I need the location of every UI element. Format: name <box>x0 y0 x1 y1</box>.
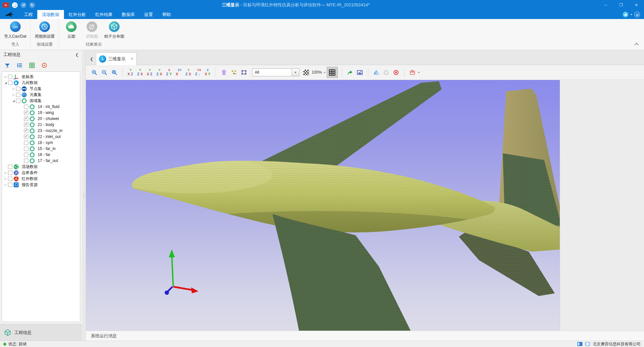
undo-button[interactable]: ↺ <box>21 2 26 8</box>
zoom-out-icon[interactable] <box>100 68 109 77</box>
tree-expander[interactable]: ▷ <box>12 93 16 96</box>
filter-icon[interactable] <box>4 62 11 69</box>
tree-item[interactable]: 20 - chuiwei <box>2 116 80 122</box>
export-view-icon[interactable] <box>346 68 354 77</box>
tree-expander[interactable]: ◢ <box>12 99 16 102</box>
tree-checkbox[interactable] <box>8 165 12 169</box>
view-orientation-button[interactable]: X Z Y <box>165 68 173 77</box>
tab-scroll-left-icon[interactable]: ❮ <box>87 53 96 65</box>
import-cas-dat-button[interactable]: cas 导入Cas/Dat <box>4 21 26 39</box>
transparency-checker-icon[interactable] <box>303 70 309 75</box>
tree-checkbox[interactable] <box>24 141 28 145</box>
new-document-button[interactable]: ❏ <box>12 2 18 8</box>
tree-checkbox[interactable] <box>8 183 12 187</box>
tree-expander[interactable]: ▷ <box>4 177 8 180</box>
tree-checkbox[interactable] <box>8 177 12 181</box>
tree-checkbox[interactable] <box>24 159 28 163</box>
menubar-item[interactable]: 帮助 <box>158 10 175 19</box>
tree-item[interactable]: ▷ 节点集 <box>2 86 80 92</box>
menubar-item[interactable]: 数据库 <box>117 10 140 19</box>
redo-button[interactable]: ↻ <box>29 2 35 8</box>
manual-icon[interactable]: ▤ <box>634 12 640 17</box>
menubar-item[interactable]: 红外分析 <box>64 10 91 19</box>
tree-checkbox[interactable] <box>8 171 12 175</box>
tree-checkbox[interactable] <box>24 153 28 157</box>
panel-collapse-icon[interactable]: ❮ <box>75 52 79 57</box>
minimize-button[interactable]: ─ <box>598 0 613 10</box>
locate-target-icon[interactable] <box>41 62 48 69</box>
tree-item[interactable]: ▷ 坐标系 <box>2 74 80 80</box>
tab-3d-view[interactable]: 三维显示 ✕ <box>96 52 137 65</box>
tree-item[interactable]: 14 - int_fluid <box>2 104 80 110</box>
view-orientation-button[interactable]: ZY X <box>174 68 183 77</box>
tree-item[interactable]: ▷ 报告资源 <box>2 182 80 188</box>
view-orientation-button[interactable]: Y Z X <box>184 68 192 77</box>
close-button[interactable]: ✕ <box>629 0 644 10</box>
view-orientation-button[interactable]: Y X Z <box>146 68 154 77</box>
viewport-3d[interactable] <box>86 80 560 331</box>
particle-distribution-button[interactable]: 粒子分布图 <box>104 21 124 39</box>
layout-left-icon[interactable] <box>577 342 582 346</box>
app-icon-button[interactable]: ✦ <box>3 2 9 8</box>
tree-checkbox[interactable] <box>24 135 28 139</box>
tree-checkbox[interactable] <box>16 87 20 91</box>
grid-view-icon[interactable] <box>29 62 35 69</box>
tree-item[interactable]: ▷ 元素集 <box>2 92 80 98</box>
tree-checkbox[interactable] <box>16 99 20 103</box>
menubar-item[interactable]: 工程 <box>19 10 37 19</box>
view-orientation-button[interactable]: Y X Z <box>126 68 135 77</box>
tree-expander[interactable]: ▷ <box>4 183 8 186</box>
tree-checkbox[interactable] <box>24 147 28 151</box>
tree-item[interactable]: 15 - far_in <box>2 146 80 152</box>
tree-item[interactable]: 17 - far_out <box>2 158 80 164</box>
tree-expander[interactable]: ▷ <box>12 87 16 90</box>
tree-checkbox[interactable] <box>24 111 28 115</box>
tree-checkbox[interactable] <box>24 123 28 127</box>
snapshot-icon[interactable] <box>356 68 364 77</box>
probe-icon[interactable] <box>219 68 228 77</box>
zoom-level-value[interactable]: 100% <box>312 70 322 75</box>
tree-checkbox[interactable] <box>24 117 28 121</box>
tree-item[interactable]: ▷ 边界条件 <box>2 170 80 176</box>
mesh-grid-icon[interactable] <box>327 67 338 78</box>
view-orientation-button[interactable]: Y Z X <box>155 68 163 77</box>
periodic-face-button[interactable]: 周期面设置 <box>35 21 55 39</box>
tree-item[interactable]: 22 - inlet_out <box>2 134 80 140</box>
tree-item[interactable]: 21 - body <box>2 122 80 128</box>
menubar-item[interactable]: 流场数据 <box>37 10 64 19</box>
tree-checkbox[interactable] <box>24 105 28 109</box>
tree-checkbox[interactable] <box>24 129 28 133</box>
tree-item[interactable]: 19 - wing <box>2 110 80 116</box>
tree-checkbox[interactable] <box>16 93 20 97</box>
contour-plot-button[interactable]: 云图 <box>63 21 80 39</box>
tree-item[interactable]: ▷ 红外数据 <box>2 176 80 182</box>
cancel-icon[interactable] <box>392 68 401 77</box>
tree-item[interactable]: 23 - nozzle_in <box>2 128 80 134</box>
tree-checkbox[interactable] <box>8 81 12 85</box>
tree-item[interactable]: ◢ 几何数据 <box>2 80 80 86</box>
panel-toggle-icon[interactable]: ▣ <box>623 12 628 17</box>
zoom-in-icon[interactable] <box>90 68 99 77</box>
tree-expander[interactable]: ◢ <box>4 81 8 84</box>
tree-item[interactable]: 16 - far <box>2 152 80 158</box>
tree-expander[interactable]: ▷ <box>4 75 8 78</box>
maximize-button[interactable]: ❐ <box>613 0 629 10</box>
display-filter-select[interactable]: All ▼ <box>252 68 299 76</box>
mirror-icon[interactable] <box>372 68 381 77</box>
particle-trace-icon[interactable] <box>229 68 238 77</box>
dropdown-caret-icon[interactable]: ▾ <box>631 13 632 16</box>
zoom-fit-icon[interactable] <box>110 68 119 77</box>
ribbon-collapse-icon[interactable] <box>634 43 639 47</box>
tree-expander[interactable]: ▷ <box>4 171 8 174</box>
combo-dropdown-icon[interactable]: ▼ <box>292 69 299 76</box>
view-orientation-button[interactable]: Z X Y <box>203 68 212 77</box>
menubar-item[interactable]: 设置 <box>140 10 158 19</box>
tab-close-icon[interactable]: ✕ <box>131 57 134 61</box>
clip-box-caret-icon[interactable]: ▾ <box>418 71 420 74</box>
tree-checkbox[interactable] <box>8 75 12 79</box>
region-select-icon[interactable] <box>239 68 248 77</box>
layout-right-icon[interactable] <box>585 342 590 346</box>
menubar-item[interactable]: 红外结果 <box>91 10 117 19</box>
view-orientation-button[interactable]: Y Z X <box>136 68 144 77</box>
tree-item[interactable]: 18 - sym <box>2 140 80 146</box>
